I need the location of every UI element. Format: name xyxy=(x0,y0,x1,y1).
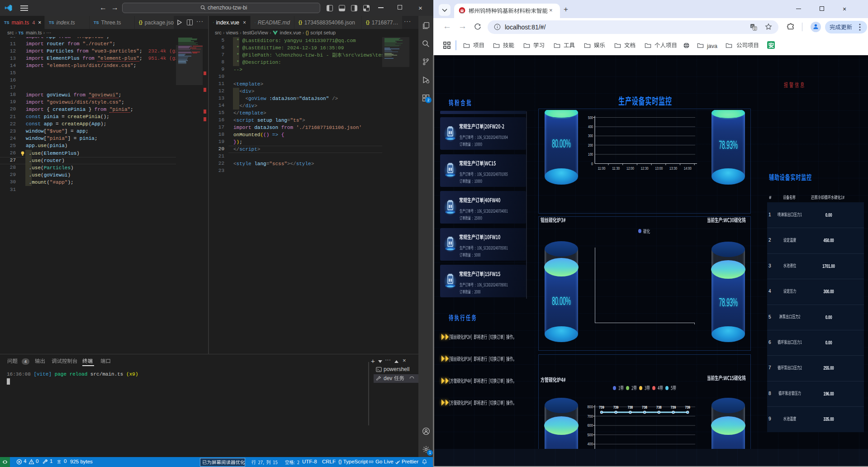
svg-text:200: 200 xyxy=(588,143,593,148)
svg-text:738: 738 xyxy=(656,405,662,410)
svg-text:12:00: 12:00 xyxy=(626,166,634,171)
svg-text:739: 739 xyxy=(671,405,676,410)
svg-text:739: 739 xyxy=(685,405,690,410)
svg-text:13:30: 13:30 xyxy=(669,166,677,171)
svg-text:11:00: 11:00 xyxy=(598,166,606,171)
svg-text:100: 100 xyxy=(588,152,593,157)
svg-text:739: 739 xyxy=(599,405,604,410)
svg-text:14:00: 14:00 xyxy=(684,166,692,171)
svg-text:738: 738 xyxy=(628,405,633,410)
svg-text:12:30: 12:30 xyxy=(641,166,649,171)
svg-text:11:30: 11:30 xyxy=(612,166,620,171)
svg-text:800: 800 xyxy=(587,405,593,409)
svg-text:0: 0 xyxy=(591,162,593,166)
svg-text:600: 600 xyxy=(587,423,593,428)
svg-text:700: 700 xyxy=(587,414,593,419)
svg-text:300: 300 xyxy=(588,133,593,138)
svg-text:400: 400 xyxy=(587,442,593,446)
svg-text:400: 400 xyxy=(588,124,593,129)
svg-text:13:00: 13:00 xyxy=(655,166,663,171)
svg-text:500: 500 xyxy=(587,433,593,437)
svg-text:500: 500 xyxy=(588,115,593,120)
svg-text:738: 738 xyxy=(642,405,647,410)
svg-text:739: 739 xyxy=(613,405,619,410)
